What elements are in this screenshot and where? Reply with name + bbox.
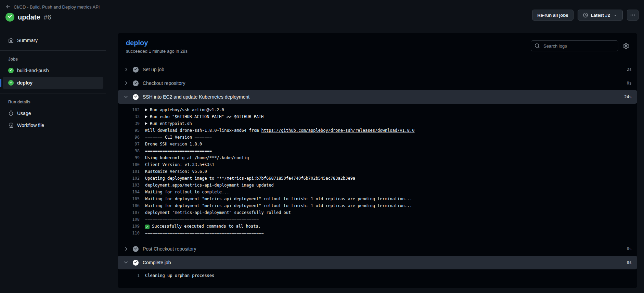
log-line-text: Run echo "$GITHUB_ACTION_PATH" >> $GITHU… xyxy=(145,113,263,120)
log-line-number[interactable]: 100 xyxy=(118,161,140,168)
log-line-text: ✓Successfully executed commands to all h… xyxy=(145,223,261,230)
log-line: 96======= CLI Version ======= xyxy=(118,134,637,141)
sidebar-summary-label: Summary xyxy=(17,38,38,43)
rerun-all-jobs-button[interactable]: Re-run all jobs xyxy=(532,10,573,21)
step-success-check-icon xyxy=(133,80,139,86)
success-check-icon xyxy=(8,80,14,86)
log-line-number[interactable]: 103 xyxy=(118,182,140,189)
sidebar-item-job-build-and-push[interactable]: build-and-push xyxy=(3,65,103,76)
log-line-text: Using kubeconfig at /home/***/.kube/conf… xyxy=(145,154,249,161)
log-line-number[interactable]: 96 xyxy=(118,134,140,141)
log-line-text: Client Version: v1.33.5+k3s1 xyxy=(145,161,214,168)
page-header: CI/CD - Build, Push and Deploy metrics A… xyxy=(0,0,644,25)
expand-group-triangle-icon[interactable] xyxy=(145,115,147,118)
log-line: 98=========================== xyxy=(118,148,637,154)
log-line-number[interactable]: 107 xyxy=(118,209,140,216)
log-line-number[interactable]: 39 xyxy=(118,120,140,127)
log-line-number[interactable]: 105 xyxy=(118,195,140,202)
log-line-number[interactable]: 97 xyxy=(118,141,140,148)
log-line-number[interactable]: 102 xyxy=(118,175,140,182)
log-line-number[interactable]: 1 xyxy=(118,272,140,279)
log-line-text: deployment "metrics-api-deployment" succ… xyxy=(145,209,291,216)
success-checkbox-emoji: ✓ xyxy=(145,225,150,229)
rerun-label: Re-run all jobs xyxy=(537,13,568,18)
sidebar-item-usage[interactable]: Usage xyxy=(3,107,103,119)
step-title: Complete job xyxy=(143,260,171,265)
log-line-text: Updating deployment image to ***/metrics… xyxy=(145,175,355,182)
chevron-right-icon xyxy=(123,246,129,252)
step-row[interactable]: Set up job2s xyxy=(118,63,637,76)
step-duration: 0s xyxy=(627,246,632,251)
chevron-down-icon xyxy=(123,94,129,100)
file-code-icon xyxy=(8,123,14,128)
log-line: 104Waiting for rollout to complete... xyxy=(118,189,637,195)
back-arrow-icon xyxy=(5,4,11,10)
step-duration: 0s xyxy=(627,81,632,86)
breadcrumb[interactable]: CI/CD - Build, Push and Deploy metrics A… xyxy=(5,4,100,10)
log-line: 105Waiting for deployment "metrics-api-d… xyxy=(118,195,637,202)
log-line: 103deployment.apps/metrics-api-deploymen… xyxy=(118,182,637,189)
log-line-text: ========================================… xyxy=(145,216,259,223)
log-line-text: Drone SSH version 1.8.0 xyxy=(145,141,202,148)
log-line-number[interactable]: 104 xyxy=(118,189,140,195)
step-row[interactable]: SSH into EC2 and update Kubernetes deplo… xyxy=(118,90,637,104)
search-logs-box xyxy=(531,40,618,51)
sidebar-workflow-file-label: Workflow file xyxy=(17,123,44,128)
log-line-number[interactable]: 110 xyxy=(118,230,140,237)
step-log-block: 102Run appleboy/ssh-action@v1.2.033Run e… xyxy=(118,104,637,242)
chevron-right-icon xyxy=(123,80,129,86)
step-success-check-icon xyxy=(133,260,139,266)
step-duration: 2s xyxy=(627,67,632,72)
log-link[interactable]: https://github.com/appleboy/drone-ssh/re… xyxy=(261,128,415,133)
step-success-check-icon xyxy=(133,246,139,252)
more-options-button[interactable] xyxy=(627,10,639,21)
step-log-block: 1Cleaning up orphan processes xyxy=(118,269,637,284)
log-line-text: ======= CLI Version ======= xyxy=(145,134,212,141)
log-line-number[interactable]: 101 xyxy=(118,168,140,175)
step-row[interactable]: Post Checkout repository0s xyxy=(118,242,637,256)
sidebar-usage-label: Usage xyxy=(17,111,31,116)
sidebar-item-summary[interactable]: Summary xyxy=(3,35,103,46)
log-line: 110=====================================… xyxy=(118,230,637,237)
log-line: 108=====================================… xyxy=(118,216,637,223)
log-settings-gear-icon[interactable] xyxy=(623,43,629,49)
step-duration: 24s xyxy=(624,94,632,99)
log-line: 102Updating deployment image to ***/metr… xyxy=(118,175,637,182)
log-panel: deploy succeeded 1 minute ago in 28s Set… xyxy=(118,33,637,288)
content: Summary Jobs build-and-pushdeploy Run de… xyxy=(0,33,644,288)
log-line-number[interactable]: 99 xyxy=(118,154,140,161)
log-line-number[interactable]: 106 xyxy=(118,202,140,209)
job-name-link[interactable]: deploy xyxy=(126,39,148,47)
log-line: 100Client Version: v1.33.5+k3s1 xyxy=(118,161,637,168)
sidebar-item-job-deploy[interactable]: deploy xyxy=(3,77,103,89)
history-icon xyxy=(583,12,588,18)
log-line-number[interactable]: 108 xyxy=(118,216,140,223)
breadcrumb-label: CI/CD - Build, Push and Deploy metrics A… xyxy=(14,4,100,10)
expand-group-triangle-icon[interactable] xyxy=(145,122,147,125)
log-line: 33Run echo "$GITHUB_ACTION_PATH" >> $GIT… xyxy=(118,113,637,120)
log-line-number[interactable]: 102 xyxy=(118,106,140,113)
log-line-text: Waiting for deployment "metrics-api-depl… xyxy=(145,202,412,209)
header-actions: Re-run all jobs Latest #2 xyxy=(532,10,639,21)
log-line: 97Drone SSH version 1.8.0 xyxy=(118,141,637,148)
expand-group-triangle-icon[interactable] xyxy=(145,109,147,111)
step-success-check-icon xyxy=(133,94,139,100)
log-line-number[interactable]: 98 xyxy=(118,148,140,154)
job-label: deploy xyxy=(17,80,33,86)
log-line: 109✓Successfully executed commands to al… xyxy=(118,223,637,230)
log-line: 1Cleaning up orphan processes xyxy=(118,272,637,279)
log-line: 39Run entrypoint.sh xyxy=(118,120,637,127)
log-line-number[interactable]: 95 xyxy=(118,127,140,134)
attempt-selector-button[interactable]: Latest #2 xyxy=(578,10,623,21)
sidebar-item-workflow-file[interactable]: Workflow file xyxy=(3,119,103,131)
step-row[interactable]: Complete job0s xyxy=(118,256,637,269)
log-line-number[interactable]: 109 xyxy=(118,223,140,230)
chevron-right-icon xyxy=(123,67,129,72)
step-title: Checkout repository xyxy=(143,80,185,86)
search-logs-input[interactable] xyxy=(543,43,615,49)
steps-list: Set up job2sCheckout repository0sSSH int… xyxy=(118,63,637,284)
kebab-icon xyxy=(630,12,635,18)
step-row[interactable]: Checkout repository0s xyxy=(118,76,637,90)
log-line-number[interactable]: 33 xyxy=(118,113,140,120)
jobs-list: build-and-pushdeploy xyxy=(0,65,106,89)
